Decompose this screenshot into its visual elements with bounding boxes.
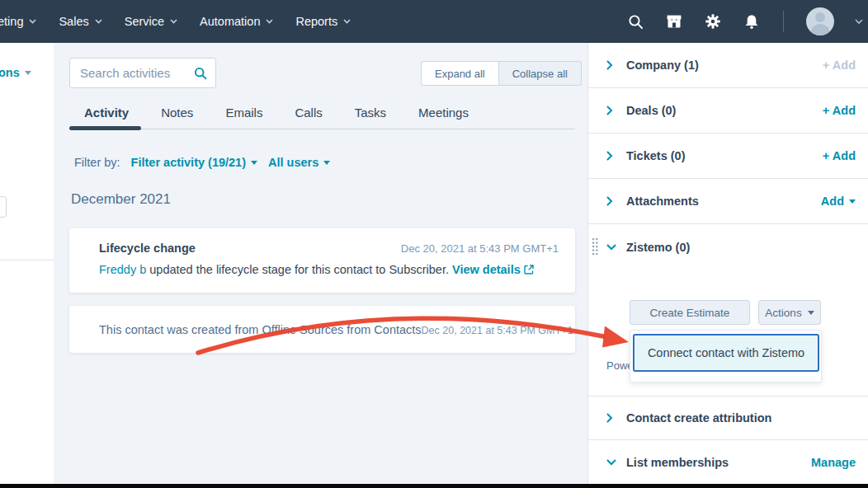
drag-handle-icon[interactable] <box>592 237 599 260</box>
tab-meetings[interactable]: Meetings <box>418 106 469 120</box>
timeline-event-lifecycle-change: Lifecycle change Dec 20, 2021 at 5:43 PM… <box>69 228 575 293</box>
nav-menu: eting Sales Service Automation Reports <box>0 15 351 28</box>
avatar-head <box>815 12 825 22</box>
actor-link[interactable]: Freddy b <box>99 263 146 276</box>
add-company-button[interactable]: + Add <box>823 59 856 72</box>
section-contact-create-attribution[interactable]: Contact create attribution <box>588 396 868 440</box>
truncated-actions-dropdown[interactable]: ons <box>0 66 31 79</box>
marketplace-icon[interactable] <box>665 12 683 30</box>
month-header: December 2021 <box>71 191 171 208</box>
all-users-dropdown[interactable]: All users <box>268 156 330 169</box>
timeline-tabs: Activity Notes Emails Calls Tasks Meetin… <box>84 106 469 120</box>
nav-utility-area <box>626 0 863 43</box>
chevron-down-icon[interactable] <box>606 244 616 251</box>
manage-lists-button[interactable]: Manage <box>811 456 856 469</box>
actions-label: Actions <box>765 307 801 319</box>
chevron-down-icon <box>343 19 351 24</box>
event-title: Lifecycle change <box>99 242 196 255</box>
event-body: updated the lifecycle stage for this con… <box>146 263 452 276</box>
notifications-icon[interactable] <box>743 12 761 30</box>
collapse-all-button[interactable]: Collapse all <box>498 61 582 86</box>
add-attachment-label: Add <box>821 195 844 208</box>
nav-item-label: eting <box>0 15 23 28</box>
external-link-icon[interactable] <box>524 264 534 277</box>
view-details-link[interactable]: View details <box>452 263 521 276</box>
chevron-down-icon <box>29 19 36 24</box>
avatar[interactable] <box>806 7 834 35</box>
section-company[interactable]: Company (1) + Add <box>588 43 868 88</box>
search-activities-input[interactable] <box>80 66 194 80</box>
chevron-down-icon <box>95 19 102 24</box>
section-label: Company (1) <box>626 59 699 72</box>
search-icon[interactable] <box>194 67 207 80</box>
filter-activity-dropdown[interactable]: Filter activity (19/21) <box>131 156 257 169</box>
tab-notes[interactable]: Notes <box>161 106 193 120</box>
avatar-torso <box>811 24 829 35</box>
timeline-event-contact-created: This contact was created from Offline So… <box>69 306 575 353</box>
actions-dropdown-menu: Connect contact with Zistemo <box>630 330 822 382</box>
chevron-right-icon[interactable] <box>606 196 616 206</box>
expand-collapse-group: Expand all Collapse all <box>421 61 582 86</box>
truncated-actions-label: ons <box>0 66 20 79</box>
account-chevron-down-icon[interactable] <box>855 19 863 25</box>
nav-divider <box>783 11 784 32</box>
event-timestamp: Dec 20, 2021 at 5:43 PM GMT+1 <box>422 325 573 336</box>
section-label: Tickets (0) <box>626 149 685 162</box>
nav-item-reports[interactable]: Reports <box>295 15 351 28</box>
left-panel-truncated: ons <box>0 43 54 484</box>
filter-activity-label: Filter activity (19/21) <box>131 156 246 169</box>
section-label: Zistemo (0) <box>626 241 690 254</box>
right-sidebar: Company (1) + Add Deals (0) + Add Ticket… <box>587 43 868 484</box>
tab-emails[interactable]: Emails <box>225 106 262 120</box>
add-ticket-button[interactable]: + Add <box>823 149 856 162</box>
caret-down-icon <box>251 161 257 165</box>
nav-item-sales[interactable]: Sales <box>59 15 101 28</box>
actions-dropdown-button[interactable]: Actions <box>758 300 821 325</box>
nav-item-label: Automation <box>200 15 260 28</box>
section-label: List memberships <box>626 456 729 469</box>
activity-timeline-panel: Expand all Collapse all Activity Notes E… <box>54 43 587 484</box>
section-attachments[interactable]: Attachments Add <box>588 179 868 224</box>
connect-contact-with-zistemo-option[interactable]: Connect contact with Zistemo <box>633 334 819 372</box>
chevron-down-icon <box>170 19 177 24</box>
expand-all-button[interactable]: Expand all <box>421 61 498 86</box>
zistemo-buttons: Create Estimate Actions <box>630 300 821 325</box>
chevron-right-icon[interactable] <box>606 151 616 161</box>
nav-item-label: Reports <box>295 15 337 28</box>
chevron-right-icon[interactable] <box>606 413 616 423</box>
section-tickets[interactable]: Tickets (0) + Add <box>588 134 868 179</box>
section-label: Attachments <box>626 195 699 208</box>
caret-down-icon <box>808 311 814 315</box>
tab-tasks[interactable]: Tasks <box>355 106 386 120</box>
nav-item-service[interactable]: Service <box>125 15 177 28</box>
add-attachment-dropdown[interactable]: Add <box>821 195 856 208</box>
add-deal-button[interactable]: + Add <box>823 104 856 117</box>
nav-item-automation[interactable]: Automation <box>200 15 273 28</box>
truncated-button-fragment <box>0 196 7 218</box>
section-zistemo[interactable]: Zistemo (0) <box>588 224 868 270</box>
tab-calls[interactable]: Calls <box>295 106 322 120</box>
chevron-down-icon[interactable] <box>606 459 616 466</box>
tabs-underline <box>69 129 575 129</box>
caret-down-icon <box>849 199 856 204</box>
tab-activity[interactable]: Activity <box>84 106 129 120</box>
search-activities-box <box>69 58 216 88</box>
caret-down-icon <box>25 71 31 75</box>
filter-row: Filter by: Filter activity (19/21) All u… <box>74 156 330 169</box>
section-deals[interactable]: Deals (0) + Add <box>588 88 868 134</box>
section-label: Contact create attribution <box>626 411 771 425</box>
chevron-right-icon[interactable] <box>606 106 616 115</box>
nav-item-marketing-truncated[interactable]: eting <box>0 15 36 28</box>
settings-icon[interactable] <box>704 12 722 30</box>
create-estimate-button[interactable]: Create Estimate <box>630 300 750 325</box>
nav-item-label: Sales <box>59 15 88 28</box>
all-users-label: All users <box>268 156 318 169</box>
section-label: Deals (0) <box>626 104 676 117</box>
section-list-memberships[interactable]: List memberships Manage <box>588 440 868 484</box>
divider <box>0 260 54 260</box>
caret-down-icon <box>323 161 330 165</box>
event-body: This contact was created from Offline So… <box>99 323 422 336</box>
chevron-right-icon[interactable] <box>606 60 616 70</box>
search-icon[interactable] <box>626 12 644 30</box>
chevron-down-icon <box>266 19 273 24</box>
